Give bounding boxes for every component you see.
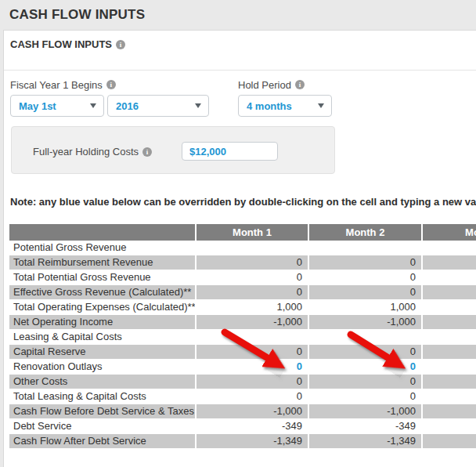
cell-month-2: 0 [308,345,421,360]
holding-costs-box: Full-year Holding Costs i [11,126,335,174]
cell-month-2: -1,000 [308,315,421,330]
row-label: Capital Reserve [9,345,195,360]
table-row: Cash Flow After Debt Service-1,349-1,349 [9,434,476,449]
cash-flow-inputs-panel: CASH FLOW INPUTS i Fiscal Year 1 Begins … [3,30,476,467]
fiscal-month-select[interactable]: May 1st [10,95,104,117]
cell-month-3 [421,255,476,270]
chevron-down-icon [195,103,201,108]
row-label: Effective Gross Revenue (Calculated)** [9,285,195,300]
cell-month-2: 0 [308,270,421,285]
hold-period-select[interactable]: 4 months [238,95,332,117]
cell-month-2 [308,241,421,255]
cell-month-1: -1,000 [195,404,308,419]
table-row: Cash Flow Before Debt Service & Taxes-1,… [9,404,476,419]
table-row: Other Costs00 [9,375,476,389]
cell-month-1 [195,330,308,345]
cell-month-1: 0 [195,255,308,270]
cell-month-2: -349 [308,419,421,434]
row-label: Cash Flow Before Debt Service & Taxes [9,404,195,419]
hold-period-selected-value: 4 months [239,100,292,112]
cell-month-3 [421,404,476,419]
info-icon[interactable]: i [116,40,125,49]
cell-month-3 [421,270,476,285]
cell-month-1: -1,349 [195,434,308,449]
row-label: Total Potential Gross Revenue [9,270,195,285]
cell-month-2[interactable]: 0 [308,360,421,375]
table-row: Debt Service-349-349 [9,419,476,434]
row-label: Potential Gross Revenue [9,241,195,255]
cell-month-3 [421,330,476,345]
table-header-row: Month 1Month 2Month 3 [9,224,476,241]
table-row: Capital Reserve00 [9,345,476,360]
note-text: Note: any blue value below can be overri… [10,196,476,208]
cell-month-3 [421,241,476,255]
cell-month-2: 0 [308,285,421,300]
fiscal-year-label: Fiscal Year 1 Begins i [10,79,116,90]
row-label: Total Operating Expenses (Calculated)** [9,300,195,315]
header-month-2: Month 2 [308,224,421,241]
fiscal-year-select[interactable]: 2016 [107,95,209,117]
page-title: CASH FLOW INPUTS [9,7,145,23]
cell-month-1: 0 [195,375,308,389]
cell-month-1: 1,000 [195,300,308,315]
cell-month-1: 0 [195,345,308,360]
chevron-down-icon [90,103,96,108]
panel-heading-label: CASH FLOW INPUTS [10,38,112,50]
fiscal-year-selected-value: 2016 [108,100,139,112]
row-label: Total Reimbursement Revenue [9,255,195,270]
cell-month-3 [421,389,476,404]
row-label: Cash Flow After Debt Service [9,434,195,449]
header-row-label [9,224,195,241]
table-row: Effective Gross Revenue (Calculated)**00 [9,285,476,300]
row-label: Total Leasing & Capital Costs [9,389,195,404]
row-label: Net Operating Income [9,315,195,330]
cell-month-3 [421,285,476,300]
cell-month-2 [308,330,421,345]
row-label: Renovation Outlays [9,360,195,375]
cell-month-3 [421,315,476,330]
heading-divider [4,70,476,71]
cell-month-1 [195,241,308,255]
cell-month-2: 0 [308,389,421,404]
holding-costs-label: Full-year Holding Costs i [33,146,152,157]
hold-period-label: Hold Period i [238,79,305,90]
cell-month-2: 1,000 [308,300,421,315]
table-row: Total Leasing & Capital Costs00 [9,389,476,404]
row-label: Debt Service [9,419,195,434]
cell-month-3 [421,345,476,360]
row-label: Other Costs [9,375,195,389]
header-month-1: Month 1 [195,224,308,241]
cell-month-2: 0 [308,255,421,270]
header-month-3: Month 3 [421,224,476,241]
holding-costs-input[interactable] [182,142,278,161]
table-row: Net Operating Income-1,000-1,000 [9,315,476,330]
cell-month-1: -1,000 [195,315,308,330]
cashflow-table: Month 1Month 2Month 3Potential Gross Rev… [9,224,476,449]
table-row: Potential Gross Revenue [9,241,476,255]
cell-month-3[interactable] [421,360,476,375]
cell-month-3 [421,434,476,449]
cell-month-1: 0 [195,285,308,300]
info-icon[interactable]: i [142,147,152,157]
table-row: Total Operating Expenses (Calculated)**1… [9,300,476,315]
cell-month-2: 0 [308,375,421,389]
fiscal-month-selected-value: May 1st [11,100,56,112]
table-row: Total Reimbursement Revenue00 [9,255,476,270]
row-label: Leasing & Capital Costs [9,330,195,345]
table-row: Total Potential Gross Revenue00 [9,270,476,285]
cell-month-1[interactable]: 0 [195,360,308,375]
panel-heading: CASH FLOW INPUTS i [10,38,125,50]
cell-month-1: 0 [195,389,308,404]
cell-month-2: -1,000 [308,404,421,419]
table-row: Leasing & Capital Costs [9,330,476,345]
cell-month-1: 0 [195,270,308,285]
cell-month-3 [421,375,476,389]
cell-month-3 [421,419,476,434]
cell-month-1: -349 [195,419,308,434]
info-icon[interactable]: i [106,80,116,89]
table-row: Renovation Outlays00 [9,360,476,375]
info-icon[interactable]: i [295,80,305,89]
cell-month-3 [421,300,476,315]
cell-month-2: -1,349 [308,434,421,449]
chevron-down-icon [318,103,324,108]
